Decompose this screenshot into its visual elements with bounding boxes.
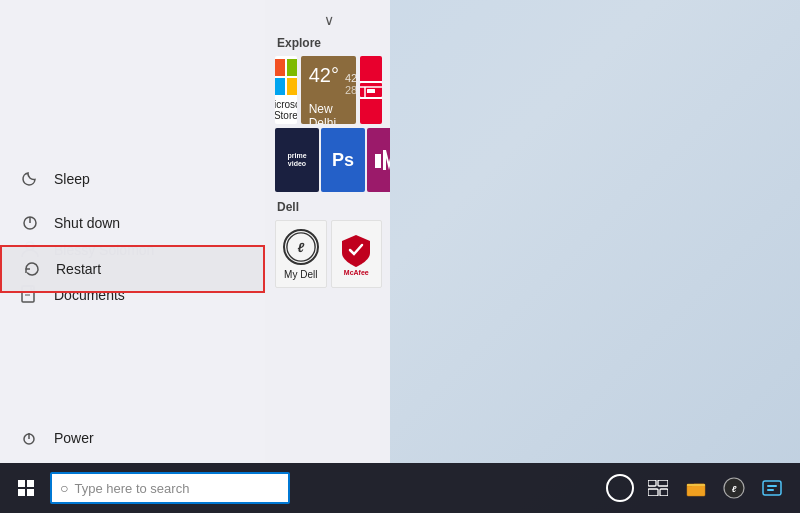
dell-logo-icon: ℓ: [283, 229, 319, 265]
notification-svg: [762, 478, 782, 498]
store-label: Microsoft Store: [275, 99, 297, 121]
haze-temp: 42°: [309, 64, 339, 87]
windows-logo-icon: [18, 480, 34, 496]
store-icon: [275, 59, 297, 95]
ps-label: Ps: [332, 150, 354, 171]
power-button[interactable]: Power: [0, 417, 265, 459]
tiles-row-1: Microsoft Store 42° 42° 28° New Delhi Ha…: [275, 56, 382, 124]
shutdown-item[interactable]: Shut down: [0, 201, 265, 245]
file-explorer-icon[interactable]: [680, 472, 712, 504]
news-icon: [360, 76, 382, 104]
sleep-label: Sleep: [54, 171, 90, 187]
tile-news[interactable]: [360, 56, 382, 124]
notification-icon[interactable]: [756, 472, 788, 504]
search-icon: ○: [60, 480, 68, 496]
restart-item[interactable]: Restart: [0, 245, 265, 293]
sleep-item[interactable]: Sleep: [0, 157, 265, 201]
svg-rect-7: [287, 59, 297, 76]
search-bar[interactable]: ○ Type here to search: [50, 472, 290, 504]
power-icon: [20, 429, 42, 447]
tile-prime[interactable]: primevideo: [275, 128, 319, 192]
sleep-icon: [20, 169, 40, 189]
tiles-row-combo: primevideo Ps: [275, 128, 382, 196]
restart-icon: [22, 259, 42, 279]
svg-rect-22: [648, 480, 656, 486]
taskbar: ○ Type here to search: [0, 463, 800, 513]
imdb-icon: [375, 150, 390, 170]
mcafee-text: McAfee: [344, 269, 369, 276]
tile-imdb[interactable]: [367, 128, 390, 192]
prime-label: primevideo: [287, 152, 306, 167]
svg-rect-32: [767, 489, 774, 491]
explorer-svg: [686, 479, 706, 497]
left-panel: Blessy Solomon Documents: [0, 0, 265, 463]
tiles-row-dell: ℓ My Dell McAfee: [275, 220, 382, 288]
power-submenu: Sleep Shut down: [0, 157, 265, 293]
tile-microsoft-store[interactable]: Microsoft Store: [275, 56, 297, 124]
start-menu: Blessy Solomon Documents: [0, 0, 390, 463]
taskview-icon[interactable]: [642, 472, 674, 504]
tile-photoshop[interactable]: Ps: [321, 128, 365, 192]
explore-label: Explore: [275, 36, 382, 50]
svg-rect-9: [287, 78, 297, 95]
chevron[interactable]: ∨: [275, 8, 382, 32]
cortana-icon[interactable]: [604, 472, 636, 504]
svg-rect-30: [763, 481, 781, 495]
haze-low: 28°: [345, 84, 356, 96]
power-label: Power: [54, 430, 94, 446]
svg-rect-31: [767, 485, 777, 487]
taskview-svg: [648, 480, 668, 496]
haze-city: New Delhi: [309, 102, 349, 124]
cortana-circle: [606, 474, 634, 502]
start-button[interactable]: [4, 466, 48, 510]
tile-mcafee[interactable]: McAfee: [331, 220, 383, 288]
svg-text:ℓ: ℓ: [732, 484, 737, 494]
search-input[interactable]: Type here to search: [74, 481, 189, 496]
haze-high: 42°: [345, 72, 356, 84]
svg-rect-25: [660, 489, 668, 496]
mcafee-icon: McAfee: [340, 233, 372, 276]
svg-rect-13: [367, 89, 375, 93]
tile-haze[interactable]: 42° 42° 28° New Delhi Haze: [301, 56, 357, 124]
svg-text:ℓ: ℓ: [297, 239, 304, 254]
tile-group-small: primevideo Ps: [275, 128, 390, 196]
svg-rect-6: [275, 59, 285, 76]
svg-rect-23: [658, 480, 668, 486]
dell-tray-svg: ℓ: [723, 477, 745, 499]
svg-rect-8: [275, 78, 285, 95]
shutdown-icon: [20, 213, 40, 233]
taskbar-icons: ℓ: [604, 472, 788, 504]
small-tiles-row: primevideo Ps: [275, 128, 390, 192]
dell-label: Dell: [275, 200, 382, 214]
svg-rect-14: [375, 154, 381, 168]
right-panel: ∨ Explore Microsoft Store: [265, 0, 390, 463]
my-dell-label: My Dell: [284, 269, 317, 280]
dell-tray-icon[interactable]: ℓ: [718, 472, 750, 504]
svg-rect-24: [648, 489, 658, 496]
tile-my-dell[interactable]: ℓ My Dell: [275, 220, 327, 288]
chevron-icon: ∨: [324, 12, 334, 28]
tiles-row-2: primevideo Ps: [275, 128, 382, 196]
restart-label: Restart: [56, 261, 101, 277]
svg-rect-27: [687, 484, 705, 486]
shutdown-label: Shut down: [54, 215, 120, 231]
